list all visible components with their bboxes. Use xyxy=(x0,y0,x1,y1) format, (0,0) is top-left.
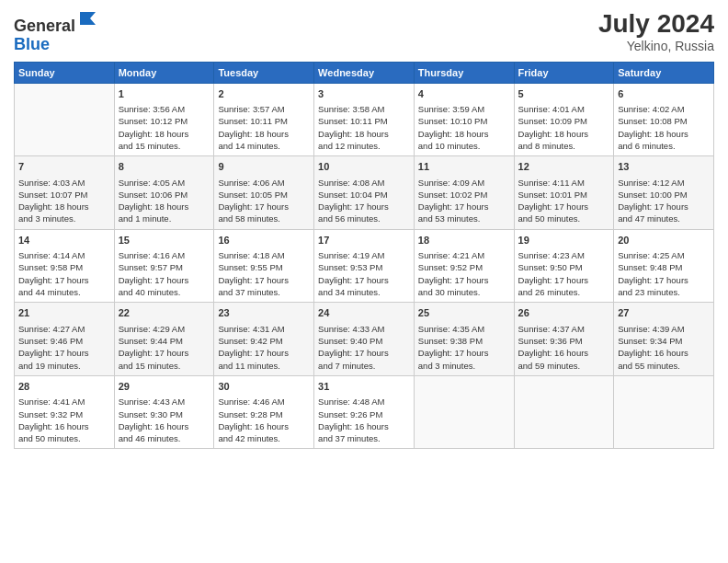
day-info-line: Sunset: 10:07 PM xyxy=(18,189,110,201)
day-number: 24 xyxy=(318,306,410,320)
day-info-line: Sunset: 9:48 PM xyxy=(618,261,710,273)
calendar-cell: 12Sunrise: 4:11 AMSunset: 10:01 PMDaylig… xyxy=(514,156,614,230)
calendar-cell: 5Sunrise: 4:01 AMSunset: 10:09 PMDayligh… xyxy=(514,83,614,156)
day-info-line: Sunrise: 4:05 AM xyxy=(119,177,210,189)
day-info-line: Daylight: 17 hours xyxy=(618,274,710,286)
day-number: 7 xyxy=(18,160,110,174)
day-info-line: Sunrise: 3:58 AM xyxy=(318,103,410,115)
calendar-cell: 1Sunrise: 3:56 AMSunset: 10:12 PMDayligh… xyxy=(114,83,214,156)
day-info-line: and 50 minutes. xyxy=(18,432,110,444)
calendar-cell: 23Sunrise: 4:31 AMSunset: 9:42 PMDayligh… xyxy=(214,303,314,376)
calendar-cell: 3Sunrise: 3:58 AMSunset: 10:11 PMDayligh… xyxy=(314,83,415,156)
day-info-line: Sunrise: 3:56 AM xyxy=(119,103,210,115)
day-info-line: Sunrise: 4:02 AM xyxy=(618,103,710,115)
day-info-line: Sunset: 9:40 PM xyxy=(318,335,410,347)
day-info-line: Daylight: 17 hours xyxy=(18,347,110,359)
day-info-line: Sunrise: 4:43 AM xyxy=(119,396,210,408)
calendar-page: General Blue July 2024 Yelkino, Russia S… xyxy=(0,0,728,563)
day-number: 16 xyxy=(218,234,310,247)
day-info-line: Sunrise: 4:09 AM xyxy=(418,177,510,189)
day-info-line: and 37 minutes. xyxy=(318,432,410,444)
calendar-cell: 14Sunrise: 4:14 AMSunset: 9:58 PMDayligh… xyxy=(15,229,115,303)
col-header-friday: Friday xyxy=(514,62,614,83)
col-header-tuesday: Tuesday xyxy=(214,62,314,83)
calendar-cell: 31Sunrise: 4:48 AMSunset: 9:26 PMDayligh… xyxy=(314,375,415,449)
day-info-line: Daylight: 17 hours xyxy=(218,274,310,286)
day-info-line: and 23 minutes. xyxy=(618,286,710,298)
calendar-cell: 9Sunrise: 4:06 AMSunset: 10:05 PMDayligh… xyxy=(214,156,314,230)
svg-marker-0 xyxy=(80,12,96,25)
day-info-line: and 59 minutes. xyxy=(518,360,610,372)
day-number: 4 xyxy=(418,87,510,101)
day-info-line: Sunset: 9:57 PM xyxy=(119,261,210,273)
day-info-line: and 14 minutes. xyxy=(218,140,310,152)
day-info-line: and 3 minutes. xyxy=(418,360,510,372)
day-info-line: Daylight: 18 hours xyxy=(18,201,110,213)
day-info-line: Sunrise: 4:08 AM xyxy=(318,177,410,189)
day-info-line: and 46 minutes. xyxy=(119,432,210,444)
day-info-line: Sunrise: 4:03 AM xyxy=(18,177,110,189)
day-info-line: Daylight: 18 hours xyxy=(119,201,210,213)
day-info-line: Sunrise: 4:37 AM xyxy=(518,323,610,335)
calendar-cell: 28Sunrise: 4:41 AMSunset: 9:32 PMDayligh… xyxy=(15,375,115,449)
day-info-line: and 44 minutes. xyxy=(18,286,110,298)
day-info-line: and 12 minutes. xyxy=(318,140,410,152)
day-info-line: Sunset: 9:32 PM xyxy=(18,408,110,420)
day-info-line: and 7 minutes. xyxy=(318,360,410,372)
day-info-line: Sunset: 9:36 PM xyxy=(518,335,610,347)
col-header-wednesday: Wednesday xyxy=(314,62,415,83)
day-number: 26 xyxy=(518,306,610,320)
day-info-line: Daylight: 16 hours xyxy=(218,420,310,432)
calendar-cell: 26Sunrise: 4:37 AMSunset: 9:36 PMDayligh… xyxy=(514,303,614,376)
day-info-line: Sunrise: 3:57 AM xyxy=(218,103,310,115)
day-info-line: Daylight: 17 hours xyxy=(119,274,210,286)
day-info-line: Sunset: 9:26 PM xyxy=(318,408,410,420)
calendar-cell: 27Sunrise: 4:39 AMSunset: 9:34 PMDayligh… xyxy=(614,303,714,376)
day-number: 20 xyxy=(618,234,710,247)
day-number: 8 xyxy=(119,160,210,174)
day-info-line: Sunrise: 4:16 AM xyxy=(119,249,210,261)
day-info-line: Sunset: 10:05 PM xyxy=(218,189,310,201)
calendar-week-row: 21Sunrise: 4:27 AMSunset: 9:46 PMDayligh… xyxy=(15,303,714,376)
day-number: 22 xyxy=(119,306,210,320)
day-info-line: Sunrise: 4:06 AM xyxy=(218,177,310,189)
day-info-line: Daylight: 18 hours xyxy=(218,128,310,140)
day-info-line: Sunrise: 4:48 AM xyxy=(318,396,410,408)
day-number: 1 xyxy=(119,87,210,101)
day-info-line: and 42 minutes. xyxy=(218,432,310,444)
col-header-sunday: Sunday xyxy=(15,62,115,83)
day-info-line: Daylight: 17 hours xyxy=(318,347,410,359)
day-info-line: Daylight: 17 hours xyxy=(618,201,710,213)
calendar-cell: 20Sunrise: 4:25 AMSunset: 9:48 PMDayligh… xyxy=(614,229,714,303)
day-number: 17 xyxy=(318,234,410,247)
day-info-line: Sunset: 9:28 PM xyxy=(218,408,310,420)
day-number: 5 xyxy=(518,87,610,101)
day-info-line: Sunset: 9:30 PM xyxy=(119,408,210,420)
day-info-line: Sunrise: 4:14 AM xyxy=(18,249,110,261)
day-info-line: Sunrise: 4:21 AM xyxy=(418,249,510,261)
col-header-thursday: Thursday xyxy=(414,62,514,83)
day-info-line: Sunset: 9:42 PM xyxy=(218,335,310,347)
day-info-line: Sunset: 10:10 PM xyxy=(418,115,510,127)
day-info-line: and 30 minutes. xyxy=(418,286,510,298)
day-info-line: and 34 minutes. xyxy=(318,286,410,298)
calendar-week-row: 28Sunrise: 4:41 AMSunset: 9:32 PMDayligh… xyxy=(15,375,714,449)
calendar-cell: 4Sunrise: 3:59 AMSunset: 10:10 PMDayligh… xyxy=(414,83,514,156)
day-info-line: Sunrise: 4:01 AM xyxy=(518,103,610,115)
day-info-line: Daylight: 17 hours xyxy=(119,347,210,359)
calendar-table: SundayMondayTuesdayWednesdayThursdayFrid… xyxy=(14,62,714,450)
day-info-line: Sunset: 9:38 PM xyxy=(418,335,510,347)
day-info-line: and 53 minutes. xyxy=(418,213,510,224)
calendar-cell: 15Sunrise: 4:16 AMSunset: 9:57 PMDayligh… xyxy=(114,229,214,303)
day-info-line: Sunset: 10:08 PM xyxy=(618,115,710,127)
calendar-cell: 16Sunrise: 4:18 AMSunset: 9:55 PMDayligh… xyxy=(214,229,314,303)
calendar-cell: 21Sunrise: 4:27 AMSunset: 9:46 PMDayligh… xyxy=(15,303,115,376)
logo-general-text: General xyxy=(14,17,75,35)
calendar-cell: 30Sunrise: 4:46 AMSunset: 9:28 PMDayligh… xyxy=(214,375,314,449)
day-info-line: and 11 minutes. xyxy=(218,360,310,372)
day-info-line: Sunrise: 3:59 AM xyxy=(418,103,510,115)
day-info-line: and 6 minutes. xyxy=(618,140,710,152)
calendar-cell: 11Sunrise: 4:09 AMSunset: 10:02 PMDaylig… xyxy=(414,156,514,230)
day-info-line: Sunset: 10:11 PM xyxy=(218,115,310,127)
day-info-line: and 55 minutes. xyxy=(618,360,710,372)
